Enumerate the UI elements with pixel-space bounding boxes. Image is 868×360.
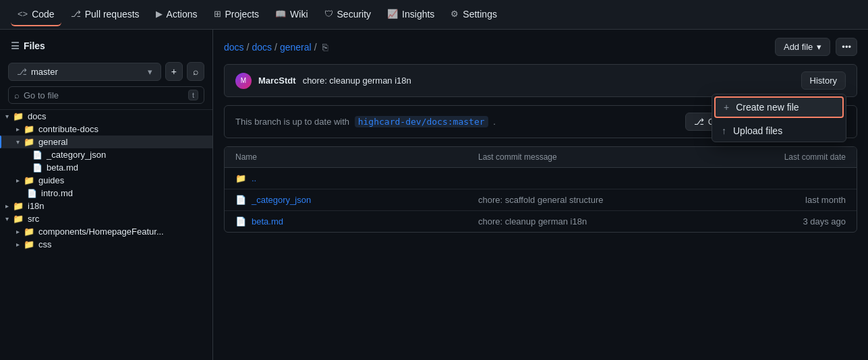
tree-item-docs[interactable]: ▾ 📁 docs [0, 110, 212, 123]
folder-icon: 📁 [13, 201, 24, 211]
file-name-cell: 📄 _category_json [235, 195, 478, 205]
nav-settings[interactable]: ⚙ Settings [444, 3, 504, 26]
col-message-header: Last commit message [478, 152, 738, 162]
tree-item-category-json[interactable]: 📄 _category_json [0, 148, 212, 161]
folder-icon: 📁 [13, 111, 24, 121]
file-table: Name Last commit message Last commit dat… [224, 146, 857, 233]
branch-selector[interactable]: ⎇ master ▾ [8, 63, 161, 81]
search-btn[interactable]: ⌕ [187, 62, 204, 81]
status-link[interactable]: highcard-dev/docs:master [355, 116, 488, 127]
breadcrumb-sep2: / [274, 42, 277, 53]
chevron-right-icon: ▸ [16, 228, 20, 235]
file-message-cell: chore: cleanup german i18n [478, 216, 738, 227]
folder-icon: 📁 [24, 227, 34, 237]
search-icon: ⌕ [14, 90, 20, 100]
chevron-down-icon: ▾ [16, 138, 20, 146]
search-placeholder: Go to file [24, 90, 59, 100]
file-icon: 📄 [32, 163, 42, 173]
table-row[interactable]: 📄 beta.md chore: cleanup german i18n 3 d… [225, 211, 857, 232]
file-sidebar: ☰ Files ⎇ master ▾ + ⌕ ⌕ Go to file t ▾ … [0, 30, 213, 360]
commit-info-bar: M MarcStdt chore: cleanup german i18n Hi… [224, 64, 857, 97]
file-date-cell: last month [738, 195, 846, 205]
table-row[interactable]: 📄 _category_json chore: scaffold general… [225, 189, 857, 211]
projects-icon: ⊞ [214, 9, 221, 19]
branch-row: ⎇ master ▾ + ⌕ [0, 57, 212, 86]
tree-item-general[interactable]: ▾ 📁 general [0, 136, 212, 148]
tree-item-label: components/HomepageFeatur... [38, 227, 164, 237]
tree-item-components[interactable]: ▸ 📁 components/HomepageFeatur... [0, 225, 212, 238]
nav-code[interactable]: <> Code [11, 3, 61, 26]
breadcrumb-docs-link[interactable]: docs [224, 42, 244, 53]
add-file-label: Add file [784, 42, 813, 52]
copy-path-icon[interactable]: ⎘ [322, 42, 328, 53]
chevron-down-icon: ▾ [148, 67, 152, 77]
tree-item-i18n[interactable]: ▸ 📁 i18n [0, 200, 212, 212]
file-icon: 📄 [235, 216, 246, 227]
tree-item-label: guides [38, 175, 64, 185]
files-icon: ☰ [11, 40, 20, 51]
file-icon: 📄 [235, 195, 246, 205]
header-actions: Add file ▾ ••• [775, 38, 857, 56]
wiki-icon: 📖 [275, 9, 286, 19]
folder-icon: 📁 [13, 214, 24, 224]
breadcrumb-docs2-link[interactable]: docs [252, 42, 272, 53]
chevron-down-icon: ▾ [817, 42, 821, 52]
upload-files-item[interactable]: ↑ Upload files [712, 120, 846, 142]
branch-status-text: This branch is up to date with highcard-… [235, 117, 496, 127]
tree-item-intro-md[interactable]: 📄 intro.md [0, 187, 212, 200]
add-file-dropdown: + Create new file ↑ Upload files [712, 94, 846, 142]
nav-insights[interactable]: 📈 Insights [380, 3, 441, 26]
commit-time: History [796, 71, 846, 90]
table-row[interactable]: 📁 .. [225, 168, 857, 189]
folder-icon: 📁 [24, 124, 34, 134]
search-shortcut: t [188, 90, 198, 100]
add-file-btn[interactable]: + [165, 62, 183, 81]
tree-item-guides[interactable]: ▸ 📁 guides [0, 174, 212, 187]
nav-actions[interactable]: ▶ Actions [149, 3, 204, 26]
breadcrumb-sep3: / [314, 42, 317, 53]
tree-item-css[interactable]: ▸ 📁 css [0, 238, 212, 251]
file-date-cell: 3 days ago [738, 216, 846, 227]
commit-author[interactable]: MarcStdt [258, 76, 296, 86]
tree-item-contribute-docs[interactable]: ▸ 📁 contribute-docs [0, 123, 212, 136]
tree-item-label: _category_json [47, 150, 106, 160]
goto-file-search[interactable]: ⌕ Go to file t [8, 86, 204, 104]
nav-projects[interactable]: ⊞ Projects [207, 3, 266, 26]
sidebar-title: Files [24, 40, 45, 51]
nav-wiki[interactable]: 📖 Wiki [268, 3, 314, 26]
history-button[interactable]: History [801, 71, 846, 90]
file-table-header: Name Last commit message Last commit dat… [225, 147, 857, 168]
chevron-right-icon: ▸ [5, 202, 9, 210]
tree-item-label: beta.md [47, 162, 78, 173]
file-name-label: .. [252, 173, 256, 183]
actions-icon: ▶ [156, 9, 163, 19]
chevron-right-icon: ▸ [16, 241, 20, 248]
tree-item-label: css [38, 239, 52, 249]
tree-item-src[interactable]: ▾ 📁 src [0, 212, 212, 225]
branch-icon: ⎇ [17, 67, 27, 77]
file-name-cell: 📄 beta.md [235, 216, 478, 227]
ellipsis-icon: ••• [842, 42, 851, 52]
breadcrumb-sep1: / [247, 42, 250, 53]
plus-icon: + [724, 102, 729, 113]
avatar: M [235, 73, 252, 89]
tree-item-label: src [28, 214, 39, 224]
nav-pull-requests[interactable]: ⎇ Pull requests [64, 3, 146, 26]
folder-icon: 📁 [24, 239, 34, 249]
create-new-file-item[interactable]: + Create new file [714, 96, 844, 118]
sidebar-header: ☰ Files [0, 35, 212, 57]
upload-files-label: Upload files [733, 125, 782, 136]
status-period: . [493, 117, 496, 127]
contribute-icon: ⎇ [694, 117, 704, 127]
folder-icon: 📁 [24, 175, 34, 185]
nav-security[interactable]: 🛡 Security [318, 3, 378, 26]
upload-icon: ↑ [722, 125, 726, 136]
tree-item-beta-md[interactable]: 📄 beta.md [0, 161, 212, 174]
tree-item-label: contribute-docs [38, 124, 98, 134]
file-icon: 📄 [27, 189, 37, 198]
settings-icon: ⚙ [451, 9, 459, 19]
breadcrumb-general-link[interactable]: general [280, 42, 312, 53]
more-options-button[interactable]: ••• [836, 38, 857, 56]
breadcrumb: docs / docs / general / ⎘ [224, 42, 328, 53]
add-file-button[interactable]: Add file ▾ [775, 38, 830, 56]
